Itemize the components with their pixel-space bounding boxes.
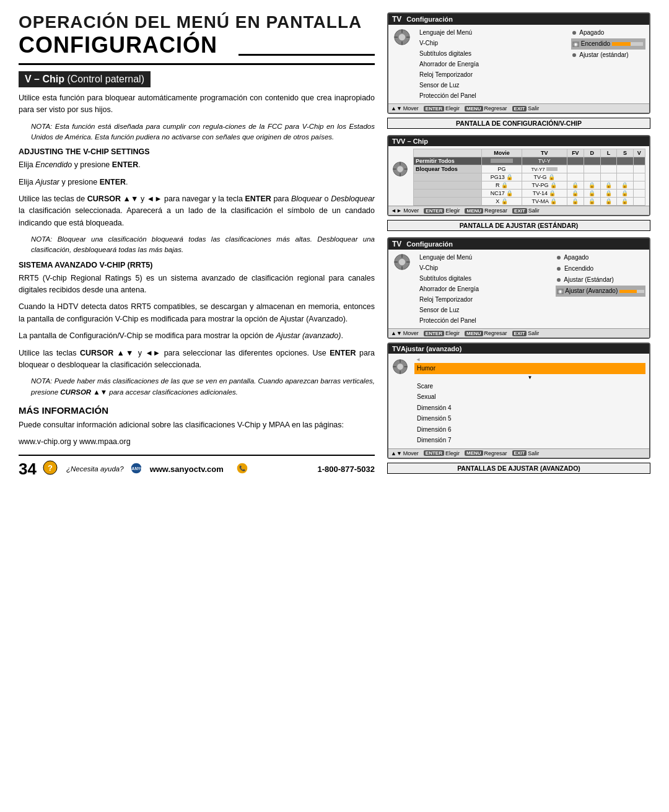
svg-rect-8	[401, 30, 403, 33]
svg-rect-10	[395, 37, 398, 38]
adv-menu: ◄ Humor ▼ Scare Sexual Dimensión 4 Dimen…	[414, 356, 645, 446]
menu-item-lenguaje: Lenguaje del Menú	[417, 27, 566, 38]
tv-settings-icon-1	[392, 27, 412, 47]
menu-item-proteccion: Protección del Panel	[417, 90, 566, 101]
svg-rect-23	[406, 261, 409, 263]
table-row: R 🔒 TV-PG 🔒 🔒🔒🔒🔒	[414, 181, 645, 190]
page-number: 34	[19, 460, 37, 479]
vchip-grid-header: V – Chip	[401, 138, 428, 145]
opt3-apagado: Apagado	[556, 252, 645, 263]
sub-title: CONFIGURACIÓN	[19, 32, 375, 58]
title-underline	[19, 63, 375, 65]
advanced-screen: TV Ajustar (avanzado) ◄ Humor	[387, 343, 650, 459]
col-d: D	[584, 149, 601, 157]
tv-label-4: TV	[392, 345, 401, 352]
adjust-body: Utilice las teclas de CURSOR ▲▼ y ◄► par…	[19, 193, 375, 229]
opt3-encendido: Encendido	[556, 263, 645, 274]
col-s: S	[617, 149, 634, 157]
menu3-reloj: Reloj Temporizador	[417, 294, 551, 305]
sistema-body3: La pantalla de Configuración/V-Chip se m…	[19, 330, 375, 342]
table-row: PG13 🔒 TV-G 🔒	[414, 173, 645, 181]
vchip-grid-caption: PANTALLA DE AJUSTAR (ESTÁNDAR)	[387, 220, 650, 231]
row-nc17-movie: NC17 🔒	[482, 190, 522, 198]
config-header-3: Configuración	[406, 240, 453, 248]
adv-header: Ajustar (avanzado)	[401, 345, 461, 352]
option-encendido-1: ◉ Encendido	[571, 38, 645, 50]
vchip-table: Movie TV FV D L S V Permitir Tod	[413, 149, 645, 206]
table-row: Bloquear Todos PG TV-Y7	[414, 165, 645, 173]
tv-footer-3: ▲▼ Mover ENTER Elegir MENU Regresar EXIT…	[388, 328, 649, 338]
svg-text:?: ?	[48, 463, 53, 473]
adv-item-dim5: Dimensión 5	[414, 413, 645, 424]
mas-info-body: Puede consultar información adicional so…	[19, 419, 375, 431]
footer-website: www.sanyoctv.com	[150, 465, 224, 474]
tv-menu-1: Lenguaje del Menú V-Chip Subtítulos digi…	[417, 27, 566, 101]
tv-label-1: TV	[392, 15, 401, 24]
footer-help-icon: ?	[43, 460, 60, 478]
adjust-step2: Elija Ajustar y presione ENTER.	[19, 177, 375, 188]
tv-label-2: TV	[392, 138, 401, 145]
vchip-heading-label: V – Chip	[25, 74, 64, 84]
tv-options-3: Apagado Encendido Ajustar (Estándar) ◉ A…	[556, 252, 645, 326]
col-fv: FV	[567, 149, 584, 157]
adv-item-dim6: Dimensión 6	[414, 424, 645, 435]
config-header-1: Configuración	[406, 15, 453, 23]
row-permitir-movie	[482, 157, 522, 165]
mas-info-title: MÁS INFORMACIÓN	[19, 405, 375, 416]
menu3-lenguaje: Lenguaje del Menú	[417, 252, 551, 263]
col-l: L	[600, 149, 617, 157]
vchip-intro: Utilice esta función para bloquear autom…	[19, 92, 375, 116]
adv-item-sexual: Sexual	[414, 391, 645, 403]
menu3-subtitulos: Subtítulos digitales	[417, 273, 551, 284]
adv-item-dim4: Dimensión 4	[414, 403, 645, 414]
row-r-tv: TV-PG 🔒	[522, 181, 567, 190]
svg-rect-9	[401, 41, 403, 45]
footer-logo-icon: SANYO	[130, 462, 144, 476]
svg-rect-29	[404, 366, 408, 367]
tv-footer-2: ◄► Mover ENTER Elegir MENU Regresar EXIT…	[388, 206, 649, 215]
svg-text:SANYO: SANYO	[130, 466, 142, 471]
tv-settings-icon-3	[392, 252, 412, 272]
row-bloquear-tv: TV-Y7	[522, 165, 567, 173]
svg-rect-21	[401, 266, 403, 269]
row-permitir: Permitir Todos	[414, 157, 482, 165]
vchip-note1: NOTA: Esta función está diseñada para cu…	[31, 121, 375, 143]
adv-item-scare: Scare	[414, 381, 645, 392]
menu3-sensor: Sensor de Luz	[417, 305, 551, 315]
mas-info-url: www.v-chip.org y www.mpaa.org	[19, 436, 375, 448]
vchip-heading-sub: (Control paternal)	[67, 74, 144, 84]
menu3-ahorrador: Ahorrador de Energía	[417, 284, 551, 294]
vchip-grid-screen: TV V – Chip	[387, 135, 650, 216]
row-r-movie: R 🔒	[482, 181, 522, 190]
row-permitir-tv: TV-Y	[522, 157, 567, 165]
menu-item-reloj: Reloj Temporizador	[417, 69, 566, 80]
row-bloquear: Bloquear Todos	[414, 165, 482, 173]
option-apagado-1: Apagado	[571, 27, 645, 38]
tv-options-1: Apagado ◉ Encendido Ajustar (estándar)	[571, 27, 645, 101]
svg-rect-14	[400, 162, 401, 165]
menu-item-sensor: Sensor de Luz	[417, 80, 566, 90]
config-screen-2: TV Configuración Lenguaje del Menú	[387, 237, 650, 339]
adv-item-dim7: Dimensión 7	[414, 435, 645, 446]
advanced-caption: PANTALLAS DE AJUSTAR (AVANZADO)	[387, 463, 650, 474]
svg-point-7	[399, 34, 406, 41]
main-title: OPERACIÓN DEL MENÚ EN PANTALLA	[19, 12, 375, 32]
config-caption-1: PANTALLA DE CONFIGURACIÓN/V-CHIP	[387, 118, 650, 129]
config-screen-1: TV Configuración Lenguaje del Menú	[387, 12, 650, 114]
vchip-note3: NOTA: Puede haber más clasificaciones de…	[31, 376, 375, 398]
row-pg13-movie: PG13 🔒	[482, 173, 522, 181]
row-nc17-tv: TV-14 🔒	[522, 190, 567, 198]
row-x-tv: TV-MA 🔒	[522, 198, 567, 206]
row-nc17	[414, 190, 482, 198]
footer-phone-icon: 📞	[236, 462, 250, 476]
svg-text:📞: 📞	[239, 465, 246, 472]
sistema-body4: Utilice las teclas CURSOR ▲▼ y ◄► para s…	[19, 347, 375, 372]
row-bloquear-movie: PG	[482, 165, 522, 173]
svg-rect-28	[393, 366, 396, 367]
adjust-step1: Elija Encendido y presione ENTER.	[19, 159, 375, 171]
row-x	[414, 198, 482, 206]
svg-point-13	[397, 166, 403, 172]
svg-point-25	[397, 364, 403, 370]
col-empty	[414, 149, 482, 157]
svg-rect-16	[393, 168, 396, 170]
